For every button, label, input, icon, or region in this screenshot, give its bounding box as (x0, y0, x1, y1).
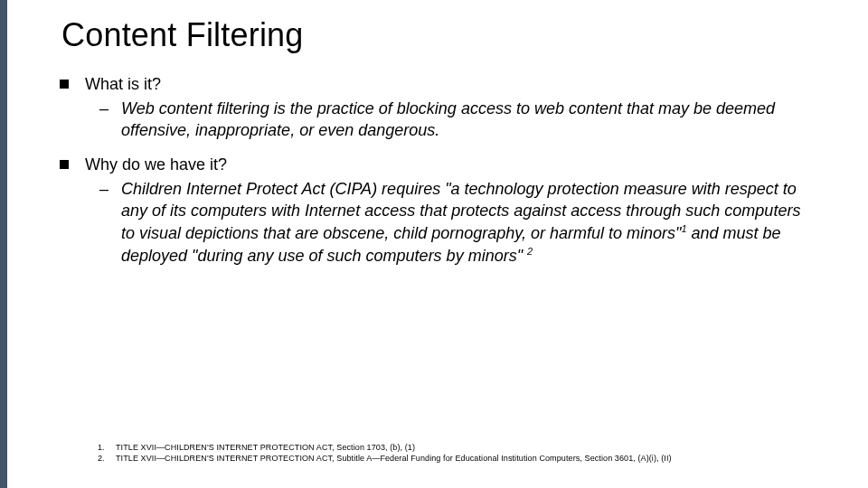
page-title: Content Filtering (61, 16, 814, 54)
footnote-number: 1. (98, 443, 116, 452)
bullet-label: Why do we have it? (85, 155, 227, 175)
slide: Content Filtering What is it? – Web cont… (0, 0, 868, 488)
footnote-text: TITLE XVII—CHILDREN'S INTERNET PROTECTIO… (116, 443, 415, 452)
dash-icon: – (99, 99, 108, 119)
sub-bullet-text: Web content filtering is the practice of… (121, 99, 814, 142)
square-bullet-icon (60, 80, 69, 89)
square-bullet-icon (60, 160, 69, 169)
bullet-label: What is it? (85, 74, 161, 95)
superscript-ref: 2 (527, 246, 533, 257)
accent-bar (0, 0, 7, 488)
footnote-item: 2. TITLE XVII—CHILDREN'S INTERNET PROTEC… (98, 454, 814, 463)
footnote-text: TITLE XVII—CHILDREN'S INTERNET PROTECTIO… (116, 454, 672, 463)
sub-bullet-item: – Web content filtering is the practice … (60, 99, 814, 142)
footnotes: 1. TITLE XVII—CHILDREN'S INTERNET PROTEC… (98, 443, 814, 465)
dash-icon: – (99, 179, 108, 200)
bullet-item: What is it? (60, 74, 814, 95)
sub-bullet-item: – Children Internet Protect Act (CIPA) r… (60, 179, 814, 267)
footnote-item: 1. TITLE XVII—CHILDREN'S INTERNET PROTEC… (98, 443, 814, 452)
bullet-item: Why do we have it? (60, 155, 814, 175)
sub-bullet-text: Children Internet Protect Act (CIPA) req… (121, 179, 814, 267)
footnote-number: 2. (98, 454, 116, 463)
